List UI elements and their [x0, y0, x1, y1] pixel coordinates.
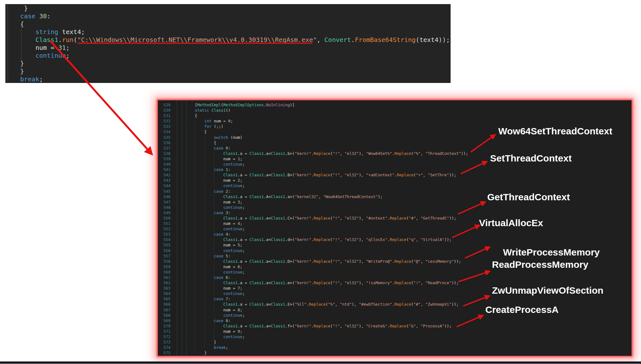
code-line: 553 case 4:: [158, 232, 632, 237]
line-number: 532: [158, 118, 171, 124]
code-line: 573 }: [158, 339, 632, 345]
structure-guide: [186, 100, 187, 356]
indent-guide: [8, 5, 8, 82]
line-number: 569: [158, 318, 171, 323]
line-number: 560: [158, 269, 171, 275]
code-line: 531{: [158, 113, 632, 118]
code-line: 542 Class1.a = Class1.a<Class1.B>("kern!…: [158, 172, 632, 178]
line-number: 562: [158, 280, 171, 285]
code-line: string text4;: [20, 28, 451, 36]
code-line: 549 case 3:: [158, 210, 632, 215]
code-line: 541 case 1:: [158, 167, 632, 172]
code-line: 530static Class1(): [158, 108, 632, 113]
line-number: 545: [158, 189, 171, 194]
line-number: 549: [158, 210, 171, 215]
line-number: 574: [158, 345, 171, 350]
line-number: 542: [158, 172, 171, 178]
line-number: 529: [158, 102, 171, 108]
code-line: 551 num = 4;: [158, 221, 632, 226]
api-label: WriteProcessMemory: [503, 246, 600, 258]
line-number: 571: [158, 329, 171, 334]
malware-analysis-figure: }case 30:{ string text4; Class1.run("C:\…: [0, 0, 641, 364]
line-number: 564: [158, 291, 171, 296]
line-number: 534: [158, 129, 171, 134]
line-number: 540: [158, 161, 171, 167]
api-label: SetThreadContext: [490, 152, 572, 164]
code-line: 565 case 7:: [158, 296, 632, 302]
line-number: 559: [158, 264, 171, 269]
line-number: 557: [158, 253, 171, 259]
line-number: 563: [158, 285, 171, 291]
line-number: 573: [158, 339, 171, 345]
line-number: 555: [158, 242, 171, 248]
code-line: 569 case 8:: [158, 318, 632, 323]
code-line: 537 case 0:: [158, 145, 632, 151]
code-line: 571 num = 9;: [158, 329, 632, 334]
line-number: 533: [158, 124, 171, 129]
code-line: continue;: [20, 52, 451, 60]
line-number: 558: [158, 259, 171, 264]
line-number: 537: [158, 145, 171, 151]
line-number: 575: [158, 350, 171, 355]
code-line: 536 {: [158, 140, 632, 145]
line-number: 546: [158, 194, 171, 199]
line-number: 539: [158, 156, 171, 161]
code-line: break;: [20, 75, 451, 83]
code-line: {: [20, 20, 451, 28]
structure-guide: [182, 100, 182, 356]
code-line: 529[MethodImpl(MethodImplOptions.NoInlin…: [158, 102, 632, 108]
code-line: 544 continue;: [158, 183, 632, 188]
line-number: 536: [158, 140, 171, 145]
code-line: 574 break;: [158, 345, 632, 350]
code-line: Class1.run("C:\\Windows\\Microsoft.NET\\…: [20, 36, 451, 44]
api-label: ZwUnmapViewOfSection: [492, 285, 603, 296]
line-number: 543: [158, 178, 171, 183]
api-label: VirtualAllocEx: [479, 217, 543, 229]
code-line: 575 }: [158, 350, 632, 355]
line-number: 568: [158, 313, 171, 318]
line-number: 567: [158, 307, 171, 313]
api-label: ReadProcessMemory: [492, 259, 588, 271]
code-line: 566 Class1.a = Class1.a<Class1.E>("%ll".…: [158, 302, 632, 307]
line-number: 541: [158, 167, 171, 172]
code-line: }: [20, 68, 451, 75]
indent-guide: [204, 129, 205, 348]
code-line: 570 Class1.a = Class1.a<Class1.f>("kern!…: [158, 323, 632, 329]
line-number: 544: [158, 183, 171, 188]
code-line: 543 num = 2;: [158, 178, 632, 183]
line-number: 552: [158, 226, 171, 232]
line-number: 538: [158, 151, 171, 156]
code-line: case 30:: [20, 12, 451, 20]
line-number: 553: [158, 232, 171, 237]
code-line: 572 continue;: [158, 334, 632, 339]
line-number: 548: [158, 205, 171, 210]
indent-guide: [214, 140, 214, 342]
line-number: 572: [158, 334, 171, 339]
indent-guide: [195, 113, 195, 353]
code-snippet-case30-panel: }case 30:{ string text4; Class1.run("C:\…: [5, 4, 451, 83]
line-number: 556: [158, 248, 171, 253]
line-number: 554: [158, 237, 171, 242]
line-number: 570: [158, 323, 171, 329]
line-number: 547: [158, 199, 171, 205]
code-line: 550 Class1.a = Class1.a<Class1.C>("kern!…: [158, 215, 632, 221]
code-line: 532 int num = 0;: [158, 118, 632, 124]
api-label: CreateProcessA: [485, 304, 559, 316]
code-snippet-case30: }case 30:{ string text4; Class1.run("C:\…: [20, 4, 451, 83]
code-line: num = 31;: [20, 44, 451, 52]
code-line: 567 num = 8;: [158, 307, 632, 313]
api-label: Wow64SetThreadContext: [498, 125, 612, 137]
line-number: 550: [158, 215, 171, 221]
decompiler-class1-panel: 529[MethodImpl(MethodImplOptions.NoInlin…: [158, 100, 632, 356]
code-line: 568 continue;: [158, 313, 632, 318]
code-line: 548 continue;: [158, 205, 632, 210]
line-number: 566: [158, 302, 171, 307]
line-number: 561: [158, 275, 171, 280]
code-line: 561 case 6:: [158, 275, 632, 280]
line-number: 530: [158, 108, 171, 113]
line-number: 551: [158, 221, 171, 226]
code-line: }: [20, 4, 451, 12]
api-label: GetThreadContext: [487, 191, 570, 203]
code-line: 554 Class1.a = Class1.a<Class1.d>("kern!…: [158, 237, 632, 242]
line-number: 531: [158, 113, 171, 118]
